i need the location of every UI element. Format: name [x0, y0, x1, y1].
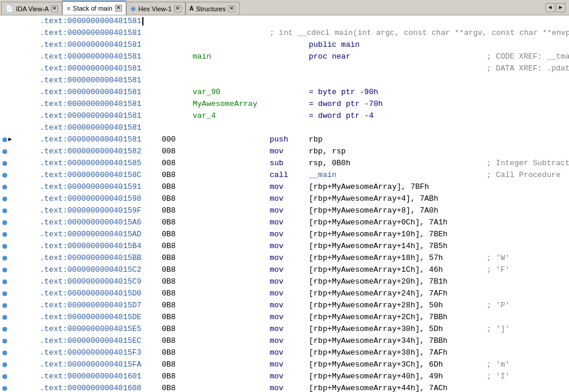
- table-row[interactable]: .text:0000000000401581var_90= byte ptr -…: [0, 86, 569, 98]
- operand: [rbp+MyAwesomeArray+24h], 7AFh: [299, 288, 477, 300]
- opcode: mov: [264, 205, 299, 217]
- table-row[interactable]: .text:000000000040159F0B8mov[rbp+MyAweso…: [0, 205, 569, 217]
- breakpoint-dot: [2, 232, 7, 237]
- row-gutter: [0, 78, 39, 83]
- table-row[interactable]: .text:00000000004015F30B8mov[rbp+MyAweso…: [0, 347, 569, 359]
- table-row[interactable]: .text:00000000004015DE0B8mov[rbp+MyAweso…: [0, 311, 569, 323]
- table-row[interactable]: .text:00000000004015C90B8mov[rbp+MyAweso…: [0, 276, 569, 288]
- tab-nav-left[interactable]: ◀: [545, 3, 555, 12]
- breakpoint-dot: [2, 291, 7, 296]
- var-name: MyAwesomeArray: [181, 98, 264, 110]
- opcode: mov: [264, 276, 299, 288]
- comment: ; DATA XREF: .pdata:000000000…: [477, 63, 569, 75]
- table-row[interactable]: .text:000000000040158C0B8call__main; Cal…: [0, 169, 569, 181]
- table-row[interactable]: .text:0000000000401581: [0, 15, 569, 27]
- bp-empty: [2, 31, 7, 36]
- tab-structures-close[interactable]: ✕: [228, 5, 235, 12]
- tab-hex-close[interactable]: ✕: [174, 5, 181, 12]
- tab-stack-close[interactable]: ✕: [115, 5, 122, 12]
- row-gutter: [0, 114, 39, 118]
- tab-nav-right[interactable]: ▶: [556, 3, 565, 12]
- table-row[interactable]: .text:00000000004015D70B8mov[rbp+MyAweso…: [0, 300, 569, 311]
- table-row[interactable]: .text:0000000000401581; int __cdecl main…: [0, 27, 569, 39]
- code-view: .text:0000000000401581.text:000000000040…: [0, 15, 569, 392]
- table-row[interactable]: .text:0000000000401581: [0, 75, 569, 86]
- table-row[interactable]: .text:00000000004015FA0B8mov[rbp+MyAweso…: [0, 359, 569, 371]
- opcode: mov: [264, 240, 299, 252]
- table-row[interactable]: .text:00000000004015D00B8mov[rbp+MyAweso…: [0, 288, 569, 300]
- offset: 0B8: [157, 264, 181, 276]
- operand: public main: [299, 39, 477, 51]
- tab-ida-icon: 📄: [5, 5, 14, 12]
- bp-empty: [2, 114, 7, 118]
- table-row[interactable]: .text:00000000004015B40B8mov[rbp+MyAweso…: [0, 240, 569, 252]
- operand: [rbp+MyAwesomeArray+40h], 49h: [299, 371, 477, 383]
- row-gutter: [0, 161, 39, 166]
- offset: 0B8: [157, 359, 181, 371]
- breakpoint-dot: [2, 244, 7, 249]
- tab-stack-label: Stack of main: [73, 5, 113, 12]
- operand: [rbp+MyAwesomeArray+30h], 5Dh: [299, 323, 477, 335]
- offset: 0B8: [157, 335, 181, 347]
- row-gutter: [0, 54, 39, 59]
- table-row[interactable]: .text:00000000004015A60B8mov[rbp+MyAweso…: [0, 217, 569, 229]
- operand: [rbp+MyAwesomeArray+2Ch], 7BBh: [299, 311, 477, 323]
- operand: = dword ptr -4: [299, 110, 477, 122]
- offset: 0B8: [157, 181, 181, 193]
- row-gutter: [0, 303, 39, 308]
- tab-bar: 📄 IDA View-A ✕ ≡ Stack of main ✕ ◉ Hex V…: [0, 0, 569, 15]
- bp-empty: [2, 102, 7, 107]
- table-row[interactable]: .text:00000000004015AD0B8mov[rbp+MyAweso…: [0, 229, 569, 240]
- operand: [rbp+MyAwesomeArray+28h], 50h: [299, 300, 477, 311]
- address: .text:0000000000401581: [39, 39, 157, 51]
- row-gutter: [0, 256, 39, 261]
- table-row[interactable]: .text:00000000004016010B8mov[rbp+MyAweso…: [0, 371, 569, 383]
- row-gutter: [0, 173, 39, 178]
- table-row[interactable]: .text:00000000004016080B8mov[rbp+MyAweso…: [0, 383, 569, 392]
- offset: 0B8: [157, 383, 181, 392]
- opcode: mov: [264, 181, 299, 193]
- address: .text:00000000004015F3: [39, 347, 157, 359]
- row-gutter: [0, 232, 39, 237]
- offset: 0B8: [157, 288, 181, 300]
- table-row[interactable]: .text:00000000004015BB0B8mov[rbp+MyAweso…: [0, 252, 569, 264]
- operand: [rbp+MyAwesomeArray+8], 7A0h: [299, 205, 477, 217]
- table-row[interactable]: .text:00000000004015910B8mov[rbp+MyAweso…: [0, 181, 569, 193]
- address: .text:0000000000401585: [39, 158, 157, 169]
- table-row[interactable]: .text:00000000004015E50B8mov[rbp+MyAweso…: [0, 323, 569, 335]
- table-row[interactable]: .text:0000000000401581mainproc near; COD…: [0, 51, 569, 63]
- comment: ; Call Procedure: [477, 169, 561, 181]
- row-gutter: [0, 90, 39, 95]
- address: .text:0000000000401581: [39, 110, 157, 122]
- tab-ida-view[interactable]: 📄 IDA View-A ✕: [1, 2, 62, 15]
- address: .text:00000000004015A6: [39, 217, 157, 229]
- row-gutter: [0, 66, 39, 71]
- table-row[interactable]: .text:0000000000401581; DATA XREF: .pdat…: [0, 63, 569, 75]
- table-row[interactable]: .text:00000000004015EC0B8mov[rbp+MyAweso…: [0, 335, 569, 347]
- table-row[interactable]: .text:0000000000401582008movrbp, rsp: [0, 146, 569, 158]
- var-name: var_4: [181, 110, 264, 122]
- table-row[interactable]: .text:0000000000401581var_4= dword ptr -…: [0, 110, 569, 122]
- address: .text:00000000004015EC: [39, 335, 157, 347]
- tab-ida-close[interactable]: ✕: [51, 5, 58, 12]
- table-row[interactable]: .text:00000000004015C20B8mov[rbp+MyAweso…: [0, 264, 569, 276]
- table-row[interactable]: .text:00000000004015980B8mov[rbp+MyAweso…: [0, 193, 569, 205]
- opcode: mov: [264, 288, 299, 300]
- breakpoint-dot: [2, 220, 7, 225]
- address: .text:0000000000401581: [39, 63, 157, 75]
- code-listing[interactable]: .text:0000000000401581.text:000000000040…: [0, 15, 569, 392]
- table-row[interactable]: .text:0000000000401585008subrsp, 0B0h; I…: [0, 158, 569, 169]
- tab-structures-label: Structures: [196, 5, 226, 12]
- address: .text:00000000004015AD: [39, 229, 157, 240]
- opcode: mov: [264, 383, 299, 392]
- table-row[interactable]: ▶.text:0000000000401581000pushrbp: [0, 134, 569, 146]
- offset: 0B8: [157, 252, 181, 264]
- tab-structures[interactable]: A Structures ✕: [186, 2, 239, 15]
- table-row[interactable]: .text:0000000000401581public main: [0, 39, 569, 51]
- tab-stack-main[interactable]: ≡ Stack of main ✕: [62, 1, 126, 15]
- table-row[interactable]: .text:0000000000401581: [0, 122, 569, 134]
- operand: proc near: [299, 51, 477, 63]
- comment: ; 'P': [477, 300, 510, 311]
- table-row[interactable]: .text:0000000000401581MyAwesomeArray= dw…: [0, 98, 569, 110]
- tab-hex-view[interactable]: ◉ Hex View-1 ✕: [126, 2, 186, 15]
